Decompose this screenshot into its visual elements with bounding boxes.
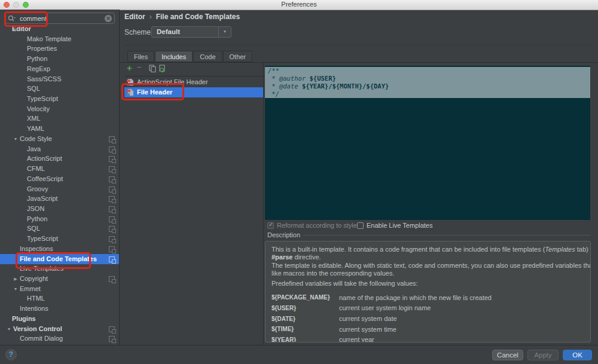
sidebar-item-xml[interactable]: XML (0, 114, 119, 124)
sidebar-item-copyright[interactable]: ▶Copyright (0, 274, 119, 284)
sidebar-item-file-and-code-templates[interactable]: File and Code Templates (0, 254, 119, 264)
code-line: * @date ${YEAR}/${MONTH}/${DAY} (265, 82, 590, 90)
sidebar-item-typescript[interactable]: TypeScript (0, 94, 119, 104)
sidebar-item-label: JavaScript (0, 194, 57, 204)
description-line: This is a built-in template. It contains… (271, 246, 584, 253)
settings-tree: EditorMako TemplatePropertiesPythonRegEx… (0, 24, 119, 341)
sidebar-item-label: Velocity (0, 104, 50, 114)
template-file-icon (127, 88, 134, 96)
copy-template-icon[interactable] (149, 65, 156, 72)
variable-description: current user system login name (339, 304, 584, 311)
sidebar-item-regexp[interactable]: RegExp (0, 64, 119, 74)
sidebar-item-typescript[interactable]: TypeScript (0, 234, 119, 244)
description-title: Description (267, 231, 300, 238)
sidebar-item-code-style[interactable]: ▼Code Style (0, 134, 119, 144)
sidebar-item-version-control[interactable]: ▼Version Control (0, 324, 119, 334)
project-setting-icon (109, 256, 115, 262)
collapse-icon[interactable]: ▼ (6, 324, 12, 334)
sidebar-item-html[interactable]: HTML (0, 293, 119, 304)
collapse-icon[interactable]: ▼ (13, 134, 19, 144)
footer-bar: ? CancelApplyOK (0, 345, 598, 364)
tab-code[interactable]: Code (193, 51, 222, 62)
sidebar-item-sql[interactable]: SQL (0, 224, 119, 234)
variable-name: ${DATE} (271, 316, 339, 322)
sidebar-item-label: Properties (0, 44, 57, 54)
description-separator (303, 235, 591, 235)
cancel-button[interactable]: Cancel (492, 350, 523, 360)
sidebar-item-label: SQL (0, 84, 40, 94)
sidebar-item-python[interactable]: Python (0, 54, 119, 64)
tab-files[interactable]: Files (127, 51, 154, 62)
project-setting-icon (109, 186, 115, 192)
sidebar-item-label: Commit Dialog (0, 334, 63, 344)
tab-other[interactable]: Other (223, 51, 253, 62)
sidebar-item-label: Python (0, 214, 47, 224)
ok-button[interactable]: OK (563, 350, 592, 360)
variable-row: ${DATE}current system date (271, 313, 584, 324)
search-value: comment (20, 15, 47, 22)
sidebar-item-live-templates[interactable]: Live Templates (0, 264, 119, 274)
breadcrumb-editor[interactable]: Editor (124, 13, 145, 21)
search-input[interactable]: comment ✕ (5, 13, 115, 24)
settings-sidebar: comment ✕ EditorMako TemplatePropertiesP… (0, 10, 120, 345)
variable-row: ${USER}current user system login name (271, 303, 584, 314)
sidebar-item-actionscript[interactable]: ActionScript (0, 154, 119, 164)
sidebar-item-label: Copyright (0, 274, 48, 284)
project-setting-icon (109, 136, 115, 142)
sidebar-item-json[interactable]: JSON (0, 204, 119, 214)
description-panel: This is a built-in template. It contains… (265, 241, 591, 342)
variable-name: ${YEAR} (271, 337, 339, 342)
expand-icon[interactable]: ▶ (13, 274, 19, 284)
tab-includes[interactable]: Includes (155, 51, 193, 62)
add-template-icon[interactable]: + (127, 63, 132, 73)
description-text: This is a built-in template. It contains… (271, 246, 584, 287)
sidebar-item-label: Mako Template (0, 34, 71, 44)
reset-to-default-icon[interactable] (158, 65, 166, 72)
sidebar-item-cfml[interactable]: CFML (0, 164, 119, 174)
collapse-icon[interactable]: ▼ (13, 284, 19, 294)
sidebar-item-emmet[interactable]: ▼Emmet (0, 284, 119, 294)
sidebar-item-label: Intentions (0, 304, 48, 314)
sidebar-item-groovy[interactable]: Groovy (0, 184, 119, 194)
code-line: /** (265, 67, 590, 75)
sidebar-item-sql[interactable]: SQL (0, 84, 119, 94)
variable-row: ${TIME}current system time (271, 324, 584, 335)
live-templates-checkbox[interactable] (357, 222, 364, 229)
template-item-label: File Header (137, 87, 172, 97)
project-setting-icon (109, 226, 115, 232)
help-button[interactable]: ? (5, 349, 17, 360)
variable-description: current system date (339, 315, 584, 322)
breadcrumb-page: File and Code Templates (156, 13, 240, 21)
clear-search-icon[interactable]: ✕ (105, 15, 112, 22)
sidebar-item-intentions[interactable]: Intentions (0, 304, 119, 314)
sidebar-item-velocity[interactable]: Velocity (0, 104, 119, 114)
remove-template-icon[interactable]: − (137, 63, 142, 72)
template-item-actionscript-file-header[interactable]: ActionScript File Header (124, 77, 263, 87)
project-setting-icon (109, 216, 115, 222)
sidebar-item-properties[interactable]: Properties (0, 44, 119, 54)
preferences-window: Preferences comment ✕ EditorMako Templat… (0, 0, 598, 364)
template-item-file-header[interactable]: File Header (124, 87, 263, 97)
sidebar-item-coffeescript[interactable]: CoffeeScript (0, 174, 119, 184)
sidebar-item-python[interactable]: Python (0, 214, 119, 224)
list-toolbar-separator (124, 76, 263, 77)
sidebar-item-java[interactable]: Java (0, 144, 119, 154)
reformat-checkbox[interactable]: ✓ (267, 222, 274, 229)
sidebar-item-yaml[interactable]: YAML (0, 124, 119, 134)
template-editor[interactable]: /** * @author ${USER} * @date ${YEAR}/${… (265, 66, 590, 220)
sidebar-item-javascript[interactable]: JavaScript (0, 194, 119, 204)
apply-button[interactable]: Apply (527, 350, 559, 360)
title-bar: Preferences (0, 0, 598, 10)
sidebar-item-plugins[interactable]: Plugins (0, 314, 119, 324)
sidebar-item-mako-template[interactable]: Mako Template (0, 34, 119, 44)
variable-name: ${PACKAGE_NAME} (271, 294, 339, 301)
code-line: * @author ${USER} (265, 75, 590, 82)
sidebar-item-sass-scss[interactable]: Sass/SCSS (0, 74, 119, 84)
scheme-select[interactable]: Default ▼ (151, 26, 231, 38)
project-setting-icon (109, 276, 115, 282)
sidebar-item-inspections[interactable]: Inspections (0, 244, 119, 254)
variable-name: ${USER} (271, 305, 339, 311)
sidebar-item-label: XML (0, 114, 41, 124)
sidebar-item-commit-dialog[interactable]: Commit Dialog (0, 334, 119, 344)
sidebar-item-editor[interactable]: Editor (0, 24, 119, 34)
